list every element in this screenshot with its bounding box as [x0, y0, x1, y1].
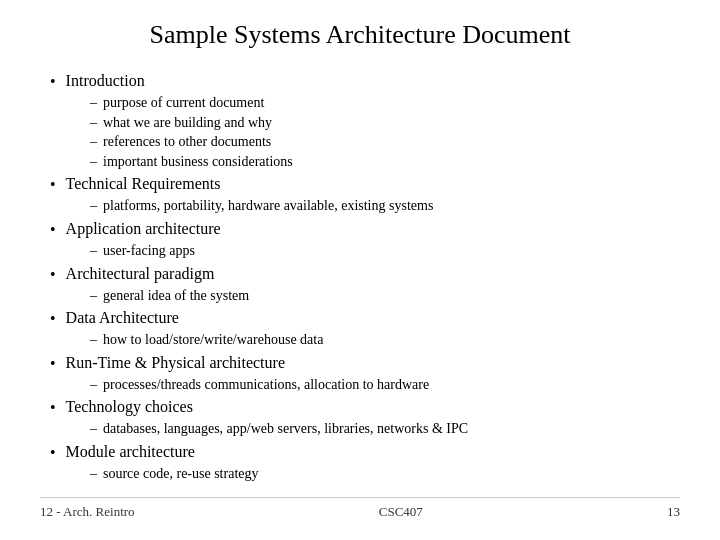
bullet-item: •Data Architecture–how to load/store/wri…: [50, 309, 680, 350]
bullet-label: Architectural paradigm: [66, 265, 215, 283]
sub-dash-icon: –: [90, 241, 97, 261]
bullet-label: Technical Requirements: [66, 175, 221, 193]
sub-item-text: databases, languages, app/web servers, l…: [103, 419, 468, 439]
sub-item-text: what we are building and why: [103, 113, 272, 133]
bullet-label: Introduction: [66, 72, 145, 90]
sub-dash-icon: –: [90, 419, 97, 439]
sub-item-text: processes/threads communications, alloca…: [103, 375, 429, 395]
sub-item: –platforms, portability, hardware availa…: [90, 196, 680, 216]
bullet-main: •Introduction: [50, 72, 680, 91]
bullet-item: •Technology choices–databases, languages…: [50, 398, 680, 439]
sub-dash-icon: –: [90, 132, 97, 152]
bullet-dot-icon: •: [50, 399, 56, 417]
bullet-label: Technology choices: [66, 398, 193, 416]
sub-items-list: –processes/threads communications, alloc…: [50, 375, 680, 395]
sub-item-text: general idea of the system: [103, 286, 249, 306]
sub-dash-icon: –: [90, 464, 97, 484]
bullet-label: Data Architecture: [66, 309, 179, 327]
bullet-dot-icon: •: [50, 355, 56, 373]
sub-item: –purpose of current document: [90, 93, 680, 113]
sub-item: –processes/threads communications, alloc…: [90, 375, 680, 395]
sub-items-list: –general idea of the system: [50, 286, 680, 306]
sub-dash-icon: –: [90, 375, 97, 395]
sub-items-list: –purpose of current document–what we are…: [50, 93, 680, 171]
sub-items-list: –user-facing apps: [50, 241, 680, 261]
sub-dash-icon: –: [90, 93, 97, 113]
sub-items-list: –databases, languages, app/web servers, …: [50, 419, 680, 439]
sub-dash-icon: –: [90, 286, 97, 306]
sub-dash-icon: –: [90, 113, 97, 133]
sub-item-text: references to other documents: [103, 132, 271, 152]
sub-item: –what we are building and why: [90, 113, 680, 133]
sub-item: –user-facing apps: [90, 241, 680, 261]
bullet-main: •Technical Requirements: [50, 175, 680, 194]
slide-footer: 12 - Arch. Reintro CSC407 13: [40, 497, 680, 520]
bullet-main: •Data Architecture: [50, 309, 680, 328]
sub-item-text: important business considerations: [103, 152, 293, 172]
bullet-main: •Application architecture: [50, 220, 680, 239]
bullet-main: •Architectural paradigm: [50, 265, 680, 284]
sub-item: –references to other documents: [90, 132, 680, 152]
sub-items-list: –source code, re-use strategy: [50, 464, 680, 484]
footer-right: 13: [667, 504, 680, 520]
sub-dash-icon: –: [90, 330, 97, 350]
sub-item: –source code, re-use strategy: [90, 464, 680, 484]
sub-item: –how to load/store/write/warehouse data: [90, 330, 680, 350]
slide-title: Sample Systems Architecture Document: [40, 20, 680, 54]
bullet-item: •Introduction–purpose of current documen…: [50, 72, 680, 171]
bullet-main: •Technology choices: [50, 398, 680, 417]
sub-item: –important business considerations: [90, 152, 680, 172]
bullet-main: •Run-Time & Physical architecture: [50, 354, 680, 373]
sub-item: –general idea of the system: [90, 286, 680, 306]
slide: Sample Systems Architecture Document •In…: [0, 0, 720, 540]
bullet-label: Run-Time & Physical architecture: [66, 354, 285, 372]
footer-center: CSC407: [379, 504, 423, 520]
sub-item: –databases, languages, app/web servers, …: [90, 419, 680, 439]
bullet-item: •Architectural paradigm–general idea of …: [50, 265, 680, 306]
bullet-item: •Module architecture–source code, re-use…: [50, 443, 680, 484]
bullet-dot-icon: •: [50, 221, 56, 239]
bullet-dot-icon: •: [50, 310, 56, 328]
sub-item-text: purpose of current document: [103, 93, 264, 113]
bullet-dot-icon: •: [50, 444, 56, 462]
sub-items-list: –platforms, portability, hardware availa…: [50, 196, 680, 216]
bullet-dot-icon: •: [50, 176, 56, 194]
footer-left: 12 - Arch. Reintro: [40, 504, 135, 520]
bullet-label: Application architecture: [66, 220, 221, 238]
bullet-dot-icon: •: [50, 266, 56, 284]
bullet-label: Module architecture: [66, 443, 195, 461]
sub-dash-icon: –: [90, 196, 97, 216]
bullet-main: •Module architecture: [50, 443, 680, 462]
sub-item-text: user-facing apps: [103, 241, 195, 261]
sub-items-list: –how to load/store/write/warehouse data: [50, 330, 680, 350]
sub-item-text: how to load/store/write/warehouse data: [103, 330, 323, 350]
bullet-item: •Run-Time & Physical architecture–proces…: [50, 354, 680, 395]
sub-item-text: source code, re-use strategy: [103, 464, 258, 484]
bullet-item: •Technical Requirements–platforms, porta…: [50, 175, 680, 216]
bullet-dot-icon: •: [50, 73, 56, 91]
bullet-item: •Application architecture–user-facing ap…: [50, 220, 680, 261]
content-area: •Introduction–purpose of current documen…: [40, 72, 680, 497]
sub-dash-icon: –: [90, 152, 97, 172]
sub-item-text: platforms, portability, hardware availab…: [103, 196, 433, 216]
